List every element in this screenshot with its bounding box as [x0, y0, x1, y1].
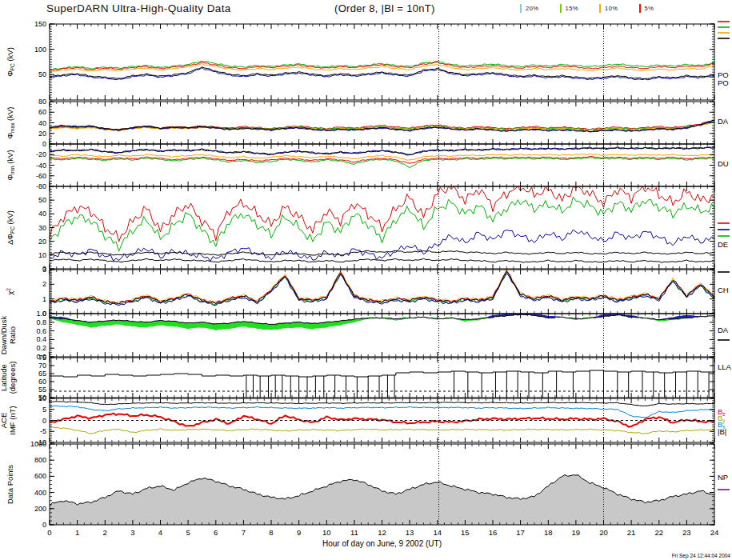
y-tick-label: -40 — [36, 162, 46, 170]
y-tick-label: 0.8 — [36, 318, 46, 326]
panel-phi-pc: 15010050ΦPC (kV)POPO — [6, 20, 730, 100]
y-tick-label: 50 — [38, 70, 46, 78]
y-tick-label: 60 — [38, 108, 46, 116]
plot-subtitle: (Order 8, |Bl = 10nT) — [334, 2, 435, 14]
x-tick-label: 3 — [130, 528, 134, 537]
right-edge-label: DE — [718, 240, 728, 249]
y-tick-label: 1000 — [30, 440, 46, 448]
y-tick-label: 1 — [42, 295, 46, 303]
right-edge-label: LLA — [718, 362, 732, 371]
y-axis-title: Dawn/Dusk — [0, 315, 8, 354]
x-axis: 0123456789101112131415161718192021222324… — [47, 528, 730, 559]
y-tick-label: 55 — [38, 386, 46, 394]
percentile-legend: 20%15%10%5% — [520, 4, 654, 13]
y-tick-label: 0.2 — [36, 344, 46, 352]
x-tick-label: 10 — [322, 528, 331, 537]
y-tick-label: 20 — [38, 130, 46, 138]
y-tick-label: 40 — [38, 210, 46, 218]
x-tick-label: 23 — [682, 528, 691, 537]
panel-phi-min: -20-40-60-80Φmin (kV)DU — [6, 144, 729, 190]
legend-item: 15% — [560, 4, 579, 13]
superdarn-plot: SuperDARN Ultra-High-Quality Data (Order… — [0, 0, 732, 560]
y-axis-title: IMF (nT) — [8, 406, 17, 434]
y-tick-label: 600 — [34, 472, 46, 480]
y-tick-label: -20 — [36, 150, 46, 158]
series-blue — [50, 230, 714, 261]
right-edge-label: DA — [718, 117, 729, 126]
legend-item: 10% — [599, 4, 618, 13]
panel-latitude: 757065605550Latitude(degrees)LLA — [0, 354, 732, 402]
x-tick-label: 12 — [378, 528, 386, 537]
legend-label: 15% — [566, 5, 579, 12]
x-tick-label: 21 — [627, 528, 636, 537]
x-tick-label: 5 — [186, 528, 190, 537]
y-axis-title: Data Points — [6, 465, 14, 504]
x-tick-label: 14 — [433, 528, 442, 537]
y-axis-title: (degrees) — [8, 362, 17, 394]
y-tick-label: 400 — [34, 489, 46, 497]
y-tick-label: -5 — [40, 427, 46, 435]
y-axis-title: χ2 — [6, 288, 14, 295]
x-tick-label: 1 — [75, 528, 79, 537]
right-edge-label: CH — [718, 286, 729, 294]
legend-label: 20% — [526, 5, 539, 12]
y-axis-title: Φmin (kV) — [6, 150, 15, 180]
y-axis-title: ΔΦPC (kV) — [6, 210, 15, 245]
right-edge-label: DU — [718, 159, 729, 168]
latitude-step-line — [50, 370, 714, 377]
x-tick-label: 2 — [103, 528, 107, 537]
legend-label: 5% — [645, 5, 654, 12]
series-pct20 — [50, 68, 714, 80]
y-tick-label: 0 — [42, 521, 46, 529]
x-tick-label: 20 — [599, 528, 608, 537]
series-red — [50, 186, 714, 242]
y-axis-title: Latitude — [0, 364, 8, 391]
y-tick-label: 20 — [38, 238, 46, 246]
series-green — [50, 158, 714, 168]
y-tick-label: 100 — [34, 46, 46, 54]
y-tick-label: 2 — [42, 280, 46, 288]
x-tick-label: 9 — [297, 528, 301, 537]
y-tick-label: 0 — [42, 140, 46, 148]
y-axis-title: Φmax (kV) — [6, 107, 15, 139]
chi-variant — [50, 274, 714, 306]
legend-item: 20% — [520, 4, 539, 13]
y-tick-label: 0.6 — [36, 327, 46, 335]
right-edge-label: DA — [718, 326, 729, 334]
y-tick-label: -60 — [36, 172, 46, 180]
y-tick-label: 50 — [38, 196, 46, 204]
x-tick-label: 0 — [47, 528, 51, 537]
right-edge-label: PO — [718, 78, 729, 87]
legend-item: 5% — [639, 4, 654, 13]
y-tick-label: 150 — [34, 20, 46, 28]
panel-ace-imf: 1050-5-10ACEIMF (nT)BzByBx|B| — [0, 394, 726, 446]
y-tick-label: 80 — [38, 98, 46, 106]
y-axis-title: Ratio — [8, 326, 17, 344]
y-tick-label: -80 — [36, 182, 46, 190]
panel-phi-max: 806040200Φmax (kV)DA — [6, 98, 729, 148]
x-tick-label: 8 — [269, 528, 273, 537]
right-edge-label: |B| — [718, 427, 726, 436]
y-tick-label: 200 — [34, 505, 46, 513]
y-tick-label: 0 — [42, 417, 46, 425]
y-tick-label: 75 — [38, 354, 46, 362]
panel-dawn-dusk-ratio: 1.00.80.60.40.20.0Dawn/DuskRatioDA — [0, 310, 730, 361]
y-tick-label: 40 — [38, 119, 46, 127]
y-tick-label: 5 — [42, 406, 46, 414]
panel-delta-phi-pc: 50403020100ΔΦPC (kV)DE — [6, 186, 730, 273]
legend-swatch — [599, 4, 601, 13]
y-axis-title: ACE — [0, 413, 8, 429]
x-tick-label: 22 — [654, 528, 663, 537]
x-tick-label: 15 — [461, 528, 470, 537]
panel-chi-squared: 3210χ2CH — [6, 266, 730, 318]
plot-title: SuperDARN Ultra-High-Quality Data — [46, 2, 231, 14]
y-tick-label: 800 — [34, 456, 46, 464]
x-axis-title: Hour of day on June, 9 2002 (UT) — [322, 539, 442, 548]
legend-swatch — [520, 4, 522, 13]
x-tick-label: 13 — [406, 528, 414, 537]
series-by — [50, 426, 714, 434]
legend-swatch — [639, 4, 641, 13]
x-tick-label: 17 — [516, 528, 525, 537]
x-tick-label: 4 — [158, 528, 162, 537]
right-edge-label: NP — [718, 473, 728, 482]
